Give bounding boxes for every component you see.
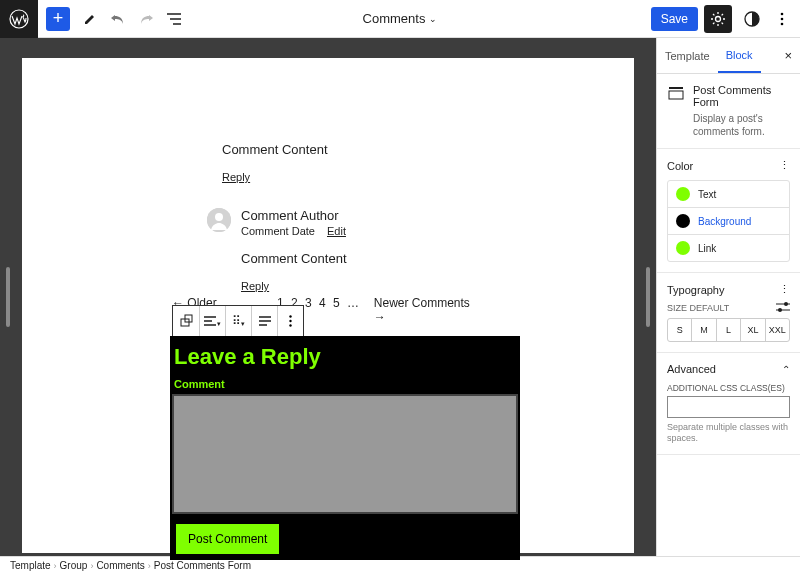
avatar bbox=[207, 208, 231, 232]
list-view-icon[interactable] bbox=[166, 11, 182, 27]
chevron-down-icon: ⌄ bbox=[429, 14, 437, 24]
form-comment-label: Comment bbox=[172, 376, 518, 392]
comment-date: Comment Date bbox=[241, 225, 315, 237]
block-icon bbox=[667, 84, 685, 102]
breadcrumb-item[interactable]: Template bbox=[10, 560, 51, 571]
svg-point-1 bbox=[716, 16, 721, 21]
undo-icon[interactable] bbox=[110, 11, 126, 27]
svg-point-7 bbox=[215, 213, 223, 221]
css-class-label: ADDITIONAL CSS CLASS(ES) bbox=[667, 383, 790, 393]
svg-point-15 bbox=[784, 302, 788, 306]
reply-link[interactable]: Reply bbox=[241, 280, 269, 292]
tab-template[interactable]: Template bbox=[657, 38, 718, 73]
svg-point-16 bbox=[778, 308, 782, 312]
color-options-icon[interactable]: ⋮ bbox=[779, 159, 790, 172]
size-l-button[interactable]: L bbox=[716, 319, 740, 341]
add-block-button[interactable]: + bbox=[46, 7, 70, 31]
toolbar-move-icon[interactable]: ⠿▾ bbox=[225, 306, 251, 336]
color-text-row[interactable]: Text bbox=[668, 181, 789, 207]
css-class-input[interactable] bbox=[667, 396, 790, 418]
comment-author: Comment Author bbox=[241, 208, 347, 223]
breadcrumb-item[interactable]: Group bbox=[60, 560, 88, 571]
css-class-help: Separate multiple classes with spaces. bbox=[667, 422, 790, 444]
editor-canvas[interactable]: Comment Content Reply Comment Author Com… bbox=[22, 58, 634, 553]
tab-block[interactable]: Block bbox=[718, 38, 761, 73]
svg-point-10 bbox=[289, 315, 291, 317]
resize-handle-right[interactable] bbox=[646, 267, 650, 327]
color-link-row[interactable]: Link bbox=[668, 234, 789, 261]
styles-icon[interactable] bbox=[738, 5, 766, 33]
background-color-swatch bbox=[676, 214, 690, 228]
resize-handle-left[interactable] bbox=[6, 267, 10, 327]
svg-point-11 bbox=[289, 320, 291, 322]
arrow-right-icon: → bbox=[374, 310, 386, 324]
typography-options-icon[interactable]: ⋮ bbox=[779, 283, 790, 296]
form-textarea[interactable] bbox=[172, 394, 518, 514]
redo-icon[interactable] bbox=[138, 11, 154, 27]
svg-rect-14 bbox=[669, 91, 683, 99]
chevron-up-icon: ⌃ bbox=[782, 364, 790, 375]
wordpress-logo[interactable] bbox=[0, 0, 38, 38]
form-title: Leave a Reply bbox=[172, 338, 518, 376]
edit-link[interactable]: Edit bbox=[327, 225, 346, 237]
newer-comments-link[interactable]: Newer Comments → bbox=[374, 296, 484, 324]
form-submit-button[interactable]: Post Comment bbox=[176, 524, 279, 554]
reply-link[interactable]: Reply bbox=[222, 171, 250, 183]
breadcrumb-item[interactable]: Post Comments Form bbox=[154, 560, 251, 571]
text-color-swatch bbox=[676, 187, 690, 201]
color-section-title: Color bbox=[667, 160, 693, 172]
document-title[interactable]: Comments ⌄ bbox=[363, 11, 438, 26]
block-toolbar: ▾ ⠿▾ bbox=[172, 305, 304, 337]
size-s-button[interactable]: S bbox=[668, 319, 691, 341]
size-m-button[interactable]: M bbox=[691, 319, 715, 341]
breadcrumb-item[interactable]: Comments bbox=[96, 560, 144, 571]
toolbar-options-icon[interactable] bbox=[277, 306, 303, 336]
svg-point-5 bbox=[781, 22, 784, 25]
block-description: Display a post's comments form. bbox=[693, 112, 790, 138]
options-menu-icon[interactable] bbox=[772, 12, 792, 26]
link-color-swatch bbox=[676, 241, 690, 255]
comment-content: Comment Content bbox=[222, 142, 584, 157]
size-xxl-button[interactable]: XXL bbox=[765, 319, 789, 341]
size-xl-button[interactable]: XL bbox=[740, 319, 764, 341]
color-background-row[interactable]: Background bbox=[668, 207, 789, 234]
toolbar-justify-icon[interactable] bbox=[251, 306, 277, 336]
edit-tool-icon[interactable] bbox=[82, 11, 98, 27]
save-button[interactable]: Save bbox=[651, 7, 698, 31]
advanced-section-title: Advanced bbox=[667, 363, 716, 375]
svg-rect-13 bbox=[669, 87, 683, 89]
comment-content: Comment Content bbox=[241, 251, 347, 266]
typography-section-title: Typography bbox=[667, 284, 724, 296]
close-icon[interactable]: × bbox=[776, 38, 800, 73]
toolbar-align-icon[interactable]: ▾ bbox=[199, 306, 225, 336]
document-title-text: Comments bbox=[363, 11, 426, 26]
block-name: Post Comments Form bbox=[693, 84, 790, 108]
advanced-section-toggle[interactable]: Advanced ⌃ bbox=[667, 363, 790, 375]
svg-point-4 bbox=[781, 17, 784, 20]
settings-button[interactable] bbox=[704, 5, 732, 33]
size-settings-icon[interactable] bbox=[776, 302, 790, 314]
comments-form-block[interactable]: Leave a Reply Comment Post Comment bbox=[170, 336, 520, 560]
toolbar-block-type-icon[interactable] bbox=[173, 306, 199, 336]
svg-point-3 bbox=[781, 12, 784, 15]
svg-point-12 bbox=[289, 324, 291, 326]
